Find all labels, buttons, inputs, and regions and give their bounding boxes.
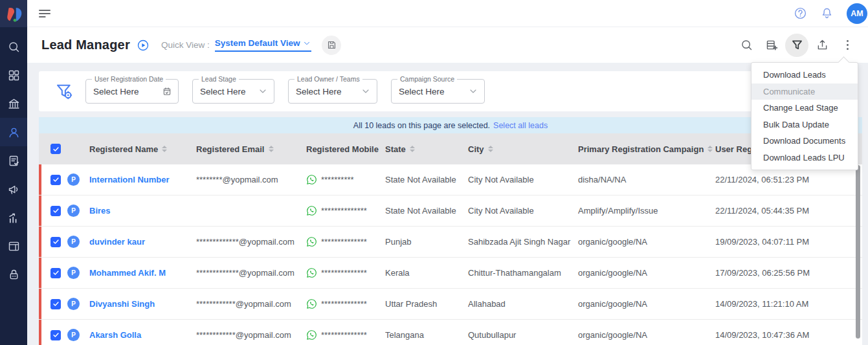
hamburger-menu-icon[interactable]	[38, 6, 52, 21]
selection-message: All 10 leads on this page are selected.	[353, 121, 490, 130]
filter-button[interactable]	[785, 34, 808, 57]
lead-campaign: organic/google/NA	[578, 268, 715, 278]
column-header-city[interactable]: City	[468, 144, 578, 154]
row-checkbox[interactable]	[50, 268, 61, 278]
mobile-masked: **************	[321, 330, 367, 340]
filter-lead-owner-teams[interactable]: Lead Owner / TeamsSelect Here	[288, 79, 377, 104]
table-row: PDivyanshi Singh************@yopmail.com…	[39, 289, 862, 320]
row-checkbox[interactable]	[50, 175, 61, 185]
sort-arrows-icon[interactable]	[410, 146, 415, 152]
filter-campaign-source[interactable]: Campaign SourceSelect Here	[391, 79, 485, 104]
top-bar: AM	[27, 0, 868, 27]
filter-label: Lead Owner / Teams	[295, 75, 362, 83]
menu-item-communicate[interactable]: Communicate	[751, 83, 858, 100]
sidebar-item-reports[interactable]	[0, 203, 27, 232]
lead-mobile: **************	[306, 298, 385, 309]
sidebar-item-institution[interactable]	[0, 89, 27, 118]
whatsapp-icon[interactable]	[306, 205, 317, 216]
lead-type-badge: P	[67, 267, 80, 279]
lead-email: *************@yopmail.com	[196, 268, 306, 278]
lead-city: Qutubullapur	[468, 330, 578, 340]
whatsapp-icon[interactable]	[306, 174, 317, 185]
whatsapp-icon[interactable]	[306, 236, 317, 247]
filter-lead-stage[interactable]: Lead StageSelect Here	[192, 79, 274, 104]
chevron-down-icon	[302, 39, 311, 48]
save-view-button[interactable]	[322, 36, 341, 55]
advanced-filter-icon[interactable]	[54, 82, 74, 101]
lead-name-link[interactable]: Mohammed Akif. M	[89, 268, 196, 278]
table-row: Pduvinder kaur*************@yopmail.com*…	[39, 227, 862, 258]
whatsapp-icon[interactable]	[306, 298, 317, 309]
lead-name-link[interactable]: Bires	[89, 206, 196, 216]
sidebar-item-leads[interactable]	[0, 118, 27, 146]
kebab-icon	[841, 38, 854, 52]
play-tour-icon[interactable]	[137, 39, 150, 52]
quick-view-select[interactable]: System Default View	[215, 38, 312, 52]
whatsapp-icon[interactable]	[306, 267, 317, 278]
chevron-down-icon	[361, 86, 371, 96]
lead-name-link[interactable]: Internationl Number	[89, 175, 196, 184]
sidebar-item-forms[interactable]	[0, 146, 27, 175]
row-checkbox[interactable]	[50, 299, 61, 309]
browser-card-icon	[7, 239, 21, 253]
vertical-scrollbar[interactable]	[856, 165, 860, 339]
sort-arrows-icon[interactable]	[488, 146, 493, 152]
sort-arrows-icon[interactable]	[269, 146, 274, 152]
lead-city: Sahibzada Ajit Singh Nagar	[468, 237, 578, 247]
avatar[interactable]: AM	[847, 3, 867, 24]
menu-item-download-documents[interactable]: Download Documents	[751, 133, 858, 150]
column-label: Registered Email	[196, 144, 265, 154]
quick-view-label: Quick View :	[161, 40, 210, 50]
lead-mobile: **************	[306, 236, 385, 247]
row-checkbox[interactable]	[50, 237, 61, 247]
column-header-registered-name[interactable]: Registered Name	[89, 144, 196, 154]
menu-item-download-leads[interactable]: Download Leads	[751, 67, 858, 83]
lead-name-link[interactable]: Divyanshi Singh	[89, 299, 196, 309]
whatsapp-icon[interactable]	[306, 329, 317, 340]
help-icon[interactable]	[794, 6, 807, 20]
person-icon	[7, 126, 21, 139]
calendar-icon	[162, 86, 172, 96]
bell-icon[interactable]	[820, 6, 834, 20]
sidebar	[0, 0, 27, 345]
sidebar-item-search[interactable]	[0, 32, 27, 61]
column-header-state[interactable]: State	[385, 144, 468, 154]
lead-email: ************@yopmail.com	[196, 330, 306, 340]
column-header-registered-email[interactable]: Registered Email	[196, 144, 306, 154]
table-row: PAkarsh Golla************@yopmail.com***…	[39, 320, 862, 345]
bank-icon	[7, 97, 21, 111]
column-header-registered-mobile: Registered Mobile	[306, 144, 385, 154]
lead-name-link[interactable]: Akarsh Golla	[89, 330, 196, 340]
menu-item-download-leads-lpu[interactable]: Download Leads LPU	[751, 150, 858, 166]
sort-arrows-icon[interactable]	[707, 146, 713, 152]
lead-email: ********@yopmail.com	[196, 175, 306, 184]
filter-user-registration-date[interactable]: User Registration DateSelect Here	[85, 79, 179, 104]
sort-arrows-icon[interactable]	[162, 146, 167, 152]
page-header: Lead Manager Quick View : System Default…	[27, 27, 868, 63]
chart-icon	[7, 211, 21, 225]
mobile-masked: **************	[321, 268, 367, 278]
row-checkbox[interactable]	[50, 330, 61, 340]
sidebar-item-dashboard[interactable]	[0, 61, 27, 89]
select-all-leads-link[interactable]: Select all leads	[493, 121, 548, 130]
column-label: State	[385, 144, 406, 154]
row-checkbox[interactable]	[50, 206, 61, 216]
more-button[interactable]	[836, 34, 859, 57]
sidebar-item-apps[interactable]	[0, 232, 27, 260]
lead-name-link[interactable]: duvinder kaur	[89, 237, 196, 247]
add-view-icon	[765, 38, 779, 52]
menu-item-bulk-data-update[interactable]: Bulk Data Update	[751, 117, 858, 133]
select-all-checkbox[interactable]	[50, 144, 61, 154]
add-view-button[interactable]	[760, 34, 783, 57]
sidebar-item-security[interactable]	[0, 260, 27, 289]
column-header-primary-registration-campaign[interactable]: Primary Registration Campaign	[578, 144, 715, 154]
lead-registration-date: 22/11/2024, 06:51:23 PM	[715, 175, 862, 184]
lead-registration-date: 14/09/2023, 10:47:36 AM	[715, 330, 862, 340]
search-button[interactable]	[735, 34, 758, 57]
lead-email: ************@yopmail.com	[196, 299, 306, 309]
export-button[interactable]	[810, 34, 834, 57]
mobile-masked: **************	[321, 206, 367, 216]
sidebar-item-marketing[interactable]	[0, 175, 27, 203]
app-logo[interactable]	[0, 0, 27, 27]
menu-item-change-lead-stage[interactable]: Change Lead Stage	[751, 100, 858, 117]
